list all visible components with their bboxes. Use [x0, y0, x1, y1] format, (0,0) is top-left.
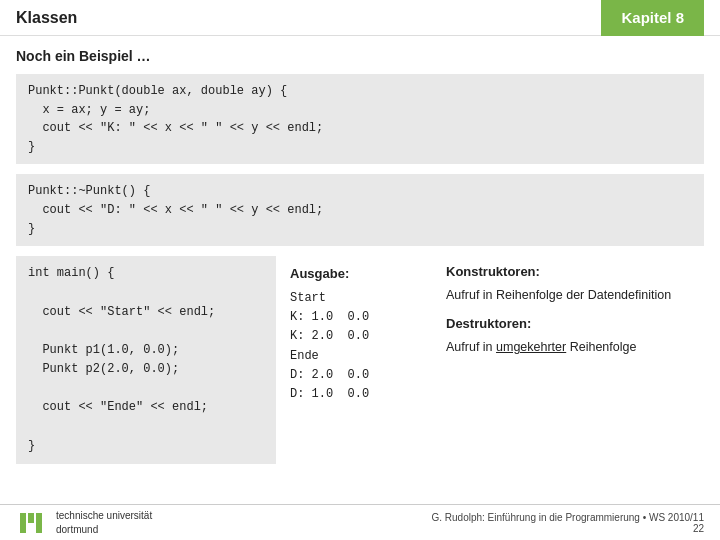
footer-credit: G. Rudolph: Einführung in die Programmie…: [431, 512, 704, 534]
tud-logo-icon: [16, 509, 48, 537]
destruktoren-text: Aufruf in umgekehrter Reihenfolge: [446, 338, 694, 357]
page-footer: technische universität dortmund G. Rudol…: [0, 504, 720, 540]
destruktoren-pre: Aufruf in: [446, 340, 496, 354]
code-block-1: Punkt::Punkt(double ax, double ay) { x =…: [16, 74, 704, 164]
notes-column: Konstruktoren: Aufruf in Reihenfolge der…: [436, 256, 704, 464]
code-block-2: Punkt::~Punkt() { cout << "D: " << x << …: [16, 174, 704, 246]
main-code-block: int main() { cout << "Start" << endl; Pu…: [16, 256, 276, 464]
destruktoren-title: Destruktoren:: [446, 314, 694, 334]
lower-section: int main() { cout << "Start" << endl; Pu…: [16, 256, 704, 464]
subtitle: Noch ein Beispiel …: [16, 48, 704, 64]
university-line1: technische universität: [56, 509, 152, 523]
output-column: Ausgabe: Start K: 1.0 0.0 K: 2.0 0.0 End…: [276, 256, 436, 464]
kapitel-badge: Kapitel 8: [601, 0, 704, 36]
konstruktoren-title: Konstruktoren:: [446, 262, 694, 282]
svg-marker-3: [36, 513, 42, 533]
footer-credit-text: G. Rudolph: Einführung in die Programmie…: [431, 512, 704, 523]
destruktoren-post: Reihenfolge: [566, 340, 636, 354]
main-content: Noch ein Beispiel … Punkt::Punkt(double …: [0, 36, 720, 472]
destruktoren-underline: umgekehrter: [496, 340, 566, 354]
university-line2: dortmund: [56, 523, 152, 537]
output-title: Ausgabe:: [290, 264, 422, 285]
output-lines: Start K: 1.0 0.0 K: 2.0 0.0 Ende D: 2.0 …: [290, 289, 422, 404]
university-name: technische universität dortmund: [56, 509, 152, 536]
footer-page-number: 22: [431, 523, 704, 534]
header-title: Klassen: [16, 9, 77, 27]
footer-left: technische universität dortmund: [16, 509, 152, 537]
svg-marker-1: [20, 513, 26, 533]
konstruktoren-text: Aufruf in Reihenfolge der Datendefinitio…: [446, 286, 694, 305]
svg-marker-2: [28, 513, 34, 523]
page-header: Klassen Kapitel 8: [0, 0, 720, 36]
